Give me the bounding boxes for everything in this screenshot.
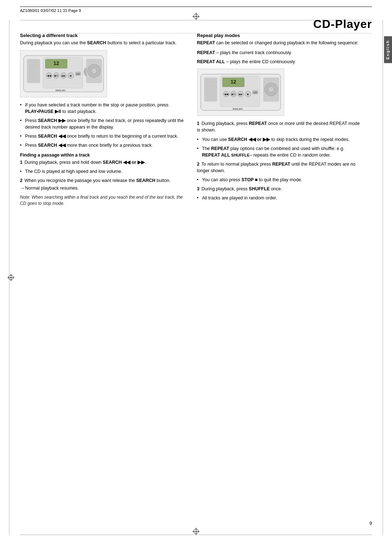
svg-point-61 xyxy=(268,86,274,92)
intro-text2: buttons to select a particular track. xyxy=(106,40,177,45)
repeat-modes-heading: Repeat play modes xyxy=(197,33,363,38)
main-content: Selecting a different track During playb… xyxy=(20,33,363,207)
svg-text:12: 12 xyxy=(53,60,59,66)
search-back2-bold: SEARCH ◀◀ xyxy=(38,143,65,148)
finding-list: 1 During playback, press and hold down S… xyxy=(20,159,186,192)
repeat-return-bold: REPEAT xyxy=(272,162,290,167)
repeat-step-3: 3 During playback, press SHUFFLE once. xyxy=(197,186,363,192)
playpause-bold: PLAY•PAUSE ▶II xyxy=(25,109,61,114)
page-title: CD-Player xyxy=(20,17,372,31)
r-step-num-1: 1 xyxy=(197,121,200,126)
repeat-bold2: REPEAT xyxy=(197,50,215,55)
page-number: 9 xyxy=(369,520,372,526)
selecting-track-heading: Selecting a different track xyxy=(20,33,186,38)
finding-bullet-cd: • The CD is played at high speed and low… xyxy=(20,168,186,175)
repeat-intro: REPEAT can be selected or changed during… xyxy=(197,40,363,46)
repeat-all-bold: REPEAT ALL xyxy=(197,59,225,64)
repeat-list: 1 During playback, press REPEAT once or … xyxy=(197,120,363,201)
svg-point-30 xyxy=(91,68,97,74)
intro-text: During playback you can use the xyxy=(20,40,87,45)
search-back-bold: SEARCH ◀◀ xyxy=(38,134,65,139)
cd-player-image-left: 12 ◀◀ ▶II ▶▶ ■ DBB PHILIPS xyxy=(20,50,107,97)
arrow-normal-playback: Normal playback resumes. xyxy=(20,185,186,191)
search-skip-bold: SEARCH ◀◀ or ▶▶ xyxy=(228,137,270,142)
svg-text:◀◀: ◀◀ xyxy=(47,74,52,77)
svg-text:▶II: ▶II xyxy=(54,74,58,77)
selecting-track-intro: During playback you can use the SEARCH b… xyxy=(20,40,186,46)
bullet-item-2: Press SEARCH ▶▶ once briefly for the nex… xyxy=(20,117,186,130)
finding-heading: Finding a passage within a track xyxy=(20,153,186,158)
page-header: AZ1080/01 03/07/02 11:31 Page 9 xyxy=(20,7,372,13)
right-column: Repeat play modes REPEAT can be selected… xyxy=(197,33,363,207)
repeat-current: REPEAT – plays the current track continu… xyxy=(197,49,363,56)
svg-text:◀◀: ◀◀ xyxy=(224,93,229,96)
reg-mark-bottom xyxy=(192,528,200,535)
bullet-item-3: Press SEARCH ◀◀ once briefly to return t… xyxy=(20,133,186,139)
step-num-1: 1 xyxy=(20,160,23,165)
repeat-press-bold: REPEAT xyxy=(249,121,267,126)
finding-item-1: 1 During playback, press and hold down S… xyxy=(20,159,186,166)
r-step-num-2: 2 xyxy=(197,162,200,167)
italic-note: Note: When searching within a final trac… xyxy=(20,194,186,207)
search-both-bold: SEARCH ◀◀ or ▶▶ xyxy=(103,160,145,165)
repeat-step-2: 2 To return to normal playback press REP… xyxy=(197,161,363,174)
step-num-2: 2 xyxy=(20,178,23,183)
svg-text:PHILIPS: PHILIPS xyxy=(232,108,242,110)
shuffle-bold: SHUFFLE xyxy=(249,186,270,191)
svg-text:▶II: ▶II xyxy=(231,93,235,96)
repeat-bullet-stop: • You can also press STOP ■ to quit the … xyxy=(197,177,363,183)
r-step-num-3: 3 xyxy=(197,186,200,191)
left-column: Selecting a different track During playb… xyxy=(20,33,186,207)
svg-text:■: ■ xyxy=(70,74,72,77)
header-meta: AZ1080/01 03/07/02 11:31 Page 9 xyxy=(20,8,81,13)
search-release-bold: SEARCH xyxy=(136,178,155,183)
cd-player-svg-left: 12 ◀◀ ▶II ▶▶ ■ DBB PHILIPS xyxy=(22,52,105,96)
repeat-all-shuffle-bold: REPEAT ALL SHUFFLE xyxy=(202,153,250,158)
search-bold: SEARCH xyxy=(87,40,106,45)
svg-text:PHILIPS: PHILIPS xyxy=(56,89,66,92)
svg-text:■: ■ xyxy=(247,93,249,96)
page-title-area: CD-Player xyxy=(20,17,372,33)
repeat-bold: REPEAT xyxy=(197,40,215,45)
reg-mark-left xyxy=(7,274,15,281)
border-right xyxy=(383,20,383,535)
bullet-item-4: Press SEARCH ◀◀ more than once briefly f… xyxy=(20,142,186,149)
svg-text:▶▶: ▶▶ xyxy=(62,74,66,77)
side-tab: English xyxy=(384,36,392,63)
search-fwd-bold: SEARCH ▶▶ xyxy=(38,118,65,123)
svg-text:▶▶: ▶▶ xyxy=(239,93,243,96)
svg-text:12: 12 xyxy=(230,79,236,85)
cd-player-svg-right: 12 ◀◀ ▶II ▶▶ ■ DBB PHILIPS xyxy=(199,70,282,114)
selecting-bullets: If you have selected a track number in t… xyxy=(20,102,186,149)
repeat-bullet-skip: • You can use SEARCH ◀◀ or ▶▶ to skip tr… xyxy=(197,136,363,143)
repeat-all: REPEAT ALL – plays the entire CD continu… xyxy=(197,58,363,65)
svg-text:DBB: DBB xyxy=(253,92,257,94)
repeat-step-1: 1 During playback, press REPEAT once or … xyxy=(197,120,363,133)
repeat-options-bold: REPEAT xyxy=(211,146,229,151)
finding-item-2: 2 When you recognize the passage you wan… xyxy=(20,177,186,191)
svg-text:DBB: DBB xyxy=(76,73,80,75)
stop-bold: STOP ■ xyxy=(241,177,258,182)
repeat-bullet-random: • All tracks are played in random order. xyxy=(197,195,363,201)
cd-player-image-right: 12 ◀◀ ▶II ▶▶ ■ DBB PHILIPS xyxy=(197,69,284,116)
bullet-item-1: If you have selected a track number in t… xyxy=(20,102,186,115)
repeat-bullet-combine: • The REPEAT play options can be combine… xyxy=(197,145,363,158)
